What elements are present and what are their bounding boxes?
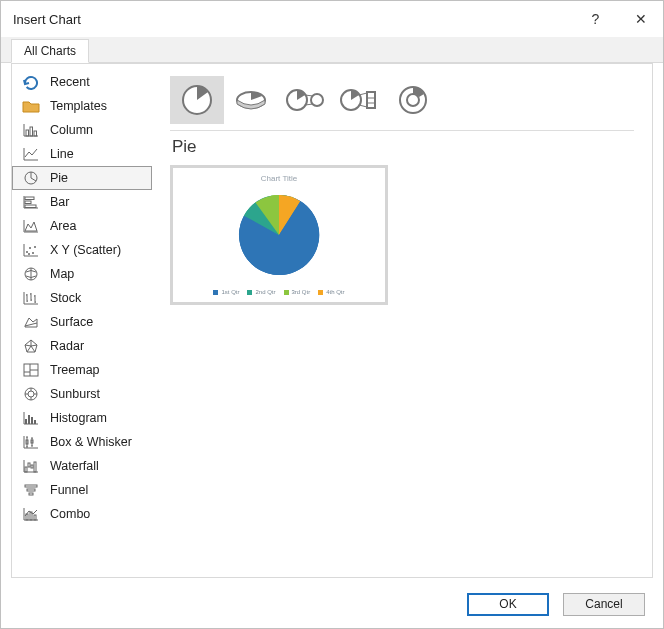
sidebar-item-label: Funnel bbox=[50, 483, 88, 497]
sidebar-item-label: Sunburst bbox=[50, 387, 100, 401]
insert-chart-dialog: Insert Chart ? ✕ All Charts Recent Templ… bbox=[0, 0, 664, 629]
svg-point-9 bbox=[32, 252, 34, 254]
content-area: Recent Templates Column Line bbox=[11, 63, 653, 578]
treemap-chart-icon bbox=[22, 361, 40, 379]
svg-rect-2 bbox=[34, 131, 37, 136]
sidebar-item-funnel[interactable]: Funnel bbox=[12, 478, 152, 502]
surface-chart-icon bbox=[22, 313, 40, 331]
tab-strip: All Charts bbox=[1, 37, 663, 63]
box-whisker-chart-icon bbox=[22, 433, 40, 451]
radar-chart-icon bbox=[22, 337, 40, 355]
svg-rect-37 bbox=[367, 92, 375, 108]
main-panel: Pie Chart Title bbox=[152, 64, 652, 577]
cancel-button[interactable]: Cancel bbox=[563, 593, 645, 616]
svg-rect-27 bbox=[27, 489, 35, 491]
scatter-chart-icon bbox=[22, 241, 40, 259]
svg-rect-1 bbox=[30, 127, 33, 136]
chart-subtype-row bbox=[170, 76, 634, 124]
sidebar-item-label: X Y (Scatter) bbox=[50, 243, 121, 257]
sidebar-item-radar[interactable]: Radar bbox=[12, 334, 152, 358]
subtype-pie[interactable] bbox=[170, 76, 224, 124]
sidebar-item-label: Box & Whisker bbox=[50, 435, 132, 449]
column-chart-icon bbox=[22, 121, 40, 139]
close-button[interactable]: ✕ bbox=[618, 1, 663, 37]
sidebar-item-label: Histogram bbox=[50, 411, 107, 425]
sidebar-item-label: Radar bbox=[50, 339, 84, 353]
chart-category-list: Recent Templates Column Line bbox=[12, 64, 152, 577]
subtype-bar-of-pie[interactable] bbox=[332, 76, 386, 124]
svg-rect-4 bbox=[25, 197, 34, 200]
sidebar-item-templates[interactable]: Templates bbox=[12, 94, 152, 118]
dialog-title: Insert Chart bbox=[13, 12, 81, 27]
sidebar-item-label: Column bbox=[50, 123, 93, 137]
svg-rect-26 bbox=[25, 485, 37, 487]
sidebar-item-treemap[interactable]: Treemap bbox=[12, 358, 152, 382]
sidebar-item-column[interactable]: Column bbox=[12, 118, 152, 142]
sidebar-item-area[interactable]: Area bbox=[12, 214, 152, 238]
sidebar-item-label: Area bbox=[50, 219, 76, 233]
sidebar-item-label: Surface bbox=[50, 315, 93, 329]
folder-icon bbox=[22, 97, 40, 115]
svg-rect-22 bbox=[25, 467, 27, 472]
sidebar-item-label: Pie bbox=[50, 171, 68, 185]
dialog-footer: OK Cancel bbox=[1, 586, 663, 628]
subtype-3d-pie[interactable] bbox=[224, 76, 278, 124]
pie-preview-svg bbox=[229, 185, 329, 285]
line-chart-icon bbox=[22, 145, 40, 163]
sidebar-item-scatter[interactable]: X Y (Scatter) bbox=[12, 238, 152, 262]
subtype-pie-of-pie[interactable] bbox=[278, 76, 332, 124]
sidebar-item-label: Line bbox=[50, 147, 74, 161]
preview-legend: 1st Qtr 2nd Qtr 3rd Qtr 4th Qtr bbox=[213, 289, 344, 295]
chart-preview[interactable]: Chart Title bbox=[170, 165, 388, 305]
sidebar-item-label: Combo bbox=[50, 507, 90, 521]
svg-rect-24 bbox=[31, 465, 33, 468]
sidebar-item-label: Map bbox=[50, 267, 74, 281]
svg-rect-17 bbox=[28, 415, 30, 424]
combo-chart-icon bbox=[22, 505, 40, 523]
sidebar-item-bar[interactable]: Bar bbox=[12, 190, 152, 214]
svg-rect-5 bbox=[25, 201, 31, 204]
separator bbox=[170, 130, 634, 131]
svg-point-39 bbox=[407, 94, 419, 106]
sidebar-item-label: Recent bbox=[50, 75, 90, 89]
sidebar-item-histogram[interactable]: Histogram bbox=[12, 406, 152, 430]
sidebar-item-recent[interactable]: Recent bbox=[12, 70, 152, 94]
tab-all-charts[interactable]: All Charts bbox=[11, 39, 89, 63]
area-chart-icon bbox=[22, 217, 40, 235]
funnel-chart-icon bbox=[22, 481, 40, 499]
sidebar-item-waterfall[interactable]: Waterfall bbox=[12, 454, 152, 478]
svg-rect-23 bbox=[28, 463, 30, 467]
bar-chart-icon bbox=[22, 193, 40, 211]
pie-chart-icon bbox=[22, 169, 40, 187]
histogram-chart-icon bbox=[22, 409, 40, 427]
waterfall-chart-icon bbox=[22, 457, 40, 475]
sidebar-item-label: Bar bbox=[50, 195, 69, 209]
sidebar-item-sunburst[interactable]: Sunburst bbox=[12, 382, 152, 406]
help-button[interactable]: ? bbox=[573, 1, 618, 37]
selected-subtype-label: Pie bbox=[172, 137, 634, 157]
sidebar-item-label: Templates bbox=[50, 99, 107, 113]
sidebar-item-label: Waterfall bbox=[50, 459, 99, 473]
sidebar-item-stock[interactable]: Stock bbox=[12, 286, 152, 310]
svg-rect-18 bbox=[31, 417, 33, 424]
sidebar-item-box-whisker[interactable]: Box & Whisker bbox=[12, 430, 152, 454]
svg-rect-0 bbox=[26, 130, 29, 136]
sidebar-item-combo[interactable]: Combo bbox=[12, 502, 152, 526]
titlebar: Insert Chart ? ✕ bbox=[1, 1, 663, 37]
svg-rect-31 bbox=[34, 515, 36, 520]
sidebar-item-surface[interactable]: Surface bbox=[12, 310, 152, 334]
svg-point-8 bbox=[29, 247, 31, 249]
recent-icon bbox=[22, 73, 40, 91]
sunburst-chart-icon bbox=[22, 385, 40, 403]
svg-rect-28 bbox=[29, 493, 33, 495]
subtype-doughnut[interactable] bbox=[386, 76, 440, 124]
sidebar-item-line[interactable]: Line bbox=[12, 142, 152, 166]
svg-rect-6 bbox=[25, 205, 36, 208]
ok-button[interactable]: OK bbox=[467, 593, 549, 616]
sidebar-item-pie[interactable]: Pie bbox=[12, 166, 152, 190]
svg-point-10 bbox=[34, 246, 36, 248]
svg-point-15 bbox=[28, 391, 34, 397]
sidebar-item-label: Treemap bbox=[50, 363, 100, 377]
sidebar-item-map[interactable]: Map bbox=[12, 262, 152, 286]
sidebar-item-label: Stock bbox=[50, 291, 81, 305]
